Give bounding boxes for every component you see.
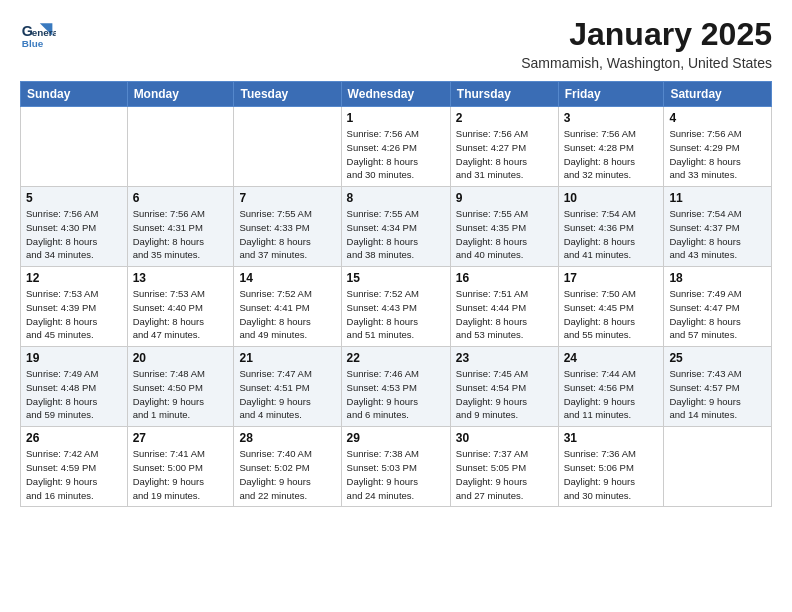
day-info: Sunrise: 7:40 AMSunset: 5:02 PMDaylight:…	[239, 447, 335, 502]
table-row: 31Sunrise: 7:36 AMSunset: 5:06 PMDayligh…	[558, 427, 664, 507]
day-info: Sunrise: 7:49 AMSunset: 4:47 PMDaylight:…	[669, 287, 766, 342]
day-info: Sunrise: 7:56 AMSunset: 4:31 PMDaylight:…	[133, 207, 229, 262]
day-number: 7	[239, 191, 335, 205]
table-row	[234, 107, 341, 187]
table-row: 19Sunrise: 7:49 AMSunset: 4:48 PMDayligh…	[21, 347, 128, 427]
day-number: 14	[239, 271, 335, 285]
day-number: 31	[564, 431, 659, 445]
day-number: 29	[347, 431, 445, 445]
day-info: Sunrise: 7:56 AMSunset: 4:27 PMDaylight:…	[456, 127, 553, 182]
day-info: Sunrise: 7:49 AMSunset: 4:48 PMDaylight:…	[26, 367, 122, 422]
table-row: 6Sunrise: 7:56 AMSunset: 4:31 PMDaylight…	[127, 187, 234, 267]
table-row: 22Sunrise: 7:46 AMSunset: 4:53 PMDayligh…	[341, 347, 450, 427]
day-info: Sunrise: 7:41 AMSunset: 5:00 PMDaylight:…	[133, 447, 229, 502]
day-info: Sunrise: 7:56 AMSunset: 4:30 PMDaylight:…	[26, 207, 122, 262]
logo-icon: G eneral Blue	[20, 16, 56, 52]
day-info: Sunrise: 7:50 AMSunset: 4:45 PMDaylight:…	[564, 287, 659, 342]
col-tuesday: Tuesday	[234, 82, 341, 107]
day-number: 2	[456, 111, 553, 125]
day-info: Sunrise: 7:56 AMSunset: 4:26 PMDaylight:…	[347, 127, 445, 182]
table-row: 30Sunrise: 7:37 AMSunset: 5:05 PMDayligh…	[450, 427, 558, 507]
day-number: 5	[26, 191, 122, 205]
day-info: Sunrise: 7:53 AMSunset: 4:40 PMDaylight:…	[133, 287, 229, 342]
table-row: 18Sunrise: 7:49 AMSunset: 4:47 PMDayligh…	[664, 267, 772, 347]
svg-text:Blue: Blue	[22, 38, 44, 49]
day-info: Sunrise: 7:56 AMSunset: 4:29 PMDaylight:…	[669, 127, 766, 182]
day-number: 10	[564, 191, 659, 205]
table-row: 29Sunrise: 7:38 AMSunset: 5:03 PMDayligh…	[341, 427, 450, 507]
calendar-week-row: 1Sunrise: 7:56 AMSunset: 4:26 PMDaylight…	[21, 107, 772, 187]
col-thursday: Thursday	[450, 82, 558, 107]
col-friday: Friday	[558, 82, 664, 107]
table-row: 2Sunrise: 7:56 AMSunset: 4:27 PMDaylight…	[450, 107, 558, 187]
day-info: Sunrise: 7:44 AMSunset: 4:56 PMDaylight:…	[564, 367, 659, 422]
day-number: 27	[133, 431, 229, 445]
day-info: Sunrise: 7:54 AMSunset: 4:36 PMDaylight:…	[564, 207, 659, 262]
table-row: 12Sunrise: 7:53 AMSunset: 4:39 PMDayligh…	[21, 267, 128, 347]
day-number: 1	[347, 111, 445, 125]
day-info: Sunrise: 7:43 AMSunset: 4:57 PMDaylight:…	[669, 367, 766, 422]
table-row: 15Sunrise: 7:52 AMSunset: 4:43 PMDayligh…	[341, 267, 450, 347]
day-info: Sunrise: 7:48 AMSunset: 4:50 PMDaylight:…	[133, 367, 229, 422]
day-info: Sunrise: 7:52 AMSunset: 4:43 PMDaylight:…	[347, 287, 445, 342]
day-info: Sunrise: 7:54 AMSunset: 4:37 PMDaylight:…	[669, 207, 766, 262]
table-row: 14Sunrise: 7:52 AMSunset: 4:41 PMDayligh…	[234, 267, 341, 347]
day-info: Sunrise: 7:51 AMSunset: 4:44 PMDaylight:…	[456, 287, 553, 342]
calendar-week-row: 26Sunrise: 7:42 AMSunset: 4:59 PMDayligh…	[21, 427, 772, 507]
day-number: 21	[239, 351, 335, 365]
day-info: Sunrise: 7:47 AMSunset: 4:51 PMDaylight:…	[239, 367, 335, 422]
day-number: 23	[456, 351, 553, 365]
table-row: 11Sunrise: 7:54 AMSunset: 4:37 PMDayligh…	[664, 187, 772, 267]
day-info: Sunrise: 7:56 AMSunset: 4:28 PMDaylight:…	[564, 127, 659, 182]
col-wednesday: Wednesday	[341, 82, 450, 107]
day-number: 26	[26, 431, 122, 445]
day-number: 11	[669, 191, 766, 205]
table-row: 3Sunrise: 7:56 AMSunset: 4:28 PMDaylight…	[558, 107, 664, 187]
day-info: Sunrise: 7:46 AMSunset: 4:53 PMDaylight:…	[347, 367, 445, 422]
page: G eneral Blue January 2025 Sammamish, Wa…	[0, 0, 792, 523]
title-section: January 2025 Sammamish, Washington, Unit…	[521, 16, 772, 71]
calendar: Sunday Monday Tuesday Wednesday Thursday…	[20, 81, 772, 507]
col-saturday: Saturday	[664, 82, 772, 107]
col-monday: Monday	[127, 82, 234, 107]
day-number: 30	[456, 431, 553, 445]
day-number: 18	[669, 271, 766, 285]
table-row	[664, 427, 772, 507]
table-row: 27Sunrise: 7:41 AMSunset: 5:00 PMDayligh…	[127, 427, 234, 507]
logo: G eneral Blue	[20, 16, 56, 52]
day-number: 3	[564, 111, 659, 125]
table-row: 21Sunrise: 7:47 AMSunset: 4:51 PMDayligh…	[234, 347, 341, 427]
day-info: Sunrise: 7:36 AMSunset: 5:06 PMDaylight:…	[564, 447, 659, 502]
day-number: 17	[564, 271, 659, 285]
day-info: Sunrise: 7:37 AMSunset: 5:05 PMDaylight:…	[456, 447, 553, 502]
table-row: 13Sunrise: 7:53 AMSunset: 4:40 PMDayligh…	[127, 267, 234, 347]
day-info: Sunrise: 7:53 AMSunset: 4:39 PMDaylight:…	[26, 287, 122, 342]
header: G eneral Blue January 2025 Sammamish, Wa…	[20, 16, 772, 71]
day-number: 19	[26, 351, 122, 365]
day-number: 6	[133, 191, 229, 205]
calendar-header-row: Sunday Monday Tuesday Wednesday Thursday…	[21, 82, 772, 107]
table-row: 23Sunrise: 7:45 AMSunset: 4:54 PMDayligh…	[450, 347, 558, 427]
day-info: Sunrise: 7:55 AMSunset: 4:35 PMDaylight:…	[456, 207, 553, 262]
table-row: 1Sunrise: 7:56 AMSunset: 4:26 PMDaylight…	[341, 107, 450, 187]
day-number: 4	[669, 111, 766, 125]
day-info: Sunrise: 7:55 AMSunset: 4:34 PMDaylight:…	[347, 207, 445, 262]
day-number: 25	[669, 351, 766, 365]
day-number: 28	[239, 431, 335, 445]
table-row	[21, 107, 128, 187]
calendar-week-row: 5Sunrise: 7:56 AMSunset: 4:30 PMDaylight…	[21, 187, 772, 267]
day-info: Sunrise: 7:38 AMSunset: 5:03 PMDaylight:…	[347, 447, 445, 502]
table-row: 20Sunrise: 7:48 AMSunset: 4:50 PMDayligh…	[127, 347, 234, 427]
table-row: 10Sunrise: 7:54 AMSunset: 4:36 PMDayligh…	[558, 187, 664, 267]
day-info: Sunrise: 7:55 AMSunset: 4:33 PMDaylight:…	[239, 207, 335, 262]
calendar-week-row: 19Sunrise: 7:49 AMSunset: 4:48 PMDayligh…	[21, 347, 772, 427]
col-sunday: Sunday	[21, 82, 128, 107]
day-info: Sunrise: 7:45 AMSunset: 4:54 PMDaylight:…	[456, 367, 553, 422]
day-info: Sunrise: 7:42 AMSunset: 4:59 PMDaylight:…	[26, 447, 122, 502]
day-info: Sunrise: 7:52 AMSunset: 4:41 PMDaylight:…	[239, 287, 335, 342]
table-row: 24Sunrise: 7:44 AMSunset: 4:56 PMDayligh…	[558, 347, 664, 427]
table-row: 4Sunrise: 7:56 AMSunset: 4:29 PMDaylight…	[664, 107, 772, 187]
table-row: 25Sunrise: 7:43 AMSunset: 4:57 PMDayligh…	[664, 347, 772, 427]
day-number: 22	[347, 351, 445, 365]
day-number: 16	[456, 271, 553, 285]
